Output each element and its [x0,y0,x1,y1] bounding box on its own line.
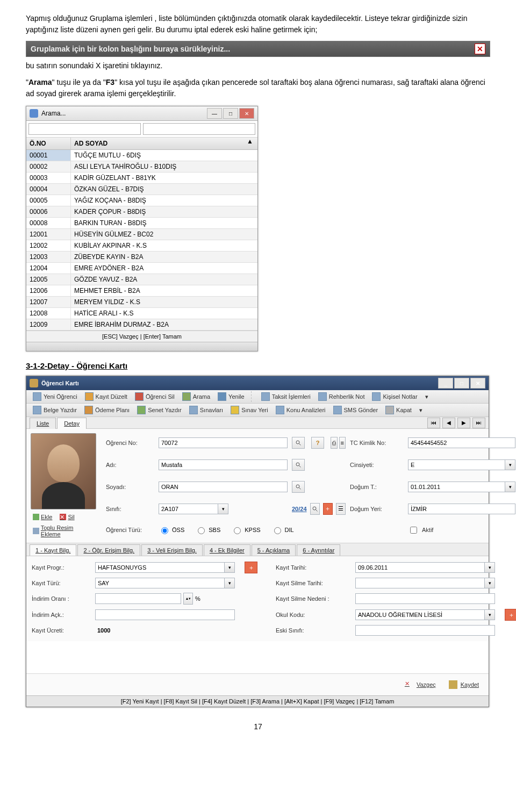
table-row[interactable]: 12001HÜSEYİN GÜLMEZ - BC02 [26,229,257,240]
radio-oss-input[interactable] [161,527,168,534]
table-row[interactable]: 00002ASLI LEYLA TAHİROĞLU - B10DIŞ [26,161,257,173]
kt-chevron[interactable]: ▾ [485,562,495,573]
fld-soyadi[interactable] [159,482,288,492]
tb-kisisel[interactable]: Kişisel Notlar [369,391,420,402]
radio-sbs-input[interactable] [198,527,205,534]
close-icon[interactable]: ✕ [475,44,485,54]
lookup-soyadi[interactable] [292,481,305,493]
radio-sbs[interactable]: SBS [195,526,220,534]
student-photo[interactable] [31,433,96,509]
photo-del[interactable]: ✕Sil [58,513,76,521]
table-row[interactable]: 00006KADER ÇOPUR - B8DIŞ [26,206,257,218]
extra2[interactable]: ≡ [339,437,346,449]
chevron-down-icon-2[interactable]: ▾ [505,482,515,492]
table-row[interactable]: 00008BARKIN TURAN - B8DIŞ [26,218,257,229]
tab-liste[interactable]: Liste [30,418,56,429]
fld-dogumt-input[interactable] [408,482,505,492]
table-row[interactable]: 12006MEHMET ERBİL - B2A [26,285,257,297]
app-maximize[interactable]: □ [454,378,469,389]
sinif-list[interactable]: ☰ [336,503,346,515]
fld-ogrno[interactable] [159,437,288,448]
tb-sms[interactable]: SMS Gönder [330,405,382,415]
nav-last[interactable]: ⏭ [472,418,485,428]
table-row[interactable]: 12009EMRE İBRAHİM DURMAZ - B2A [26,319,257,330]
chk-aktif[interactable] [410,527,417,534]
fld-dogumt[interactable]: ▾ [408,482,515,492]
tb-refresh[interactable]: Yenile [214,391,248,402]
bottom-scrollbar[interactable] [26,342,257,351]
tb-sinavyeri[interactable]: Sınav Yeri [227,405,271,415]
radio-oss[interactable]: ÖSS [159,526,184,534]
fld-kp[interactable] [95,562,225,573]
col-no[interactable]: Ö.NO [26,138,71,149]
radio-kpss[interactable]: KPSS [231,526,260,534]
ktur-chevron[interactable]: ▾ [225,578,235,588]
io-spinner[interactable]: ▲▾ [183,593,193,605]
fld-kst[interactable] [355,578,485,588]
lookup-adi[interactable] [292,459,305,471]
scroll-up[interactable]: ▲ [247,138,257,149]
fld-kt[interactable] [355,562,485,573]
radio-dil[interactable]: DIL [271,526,294,534]
bulk-photo[interactable]: Toplu Resim Ekleme [31,523,96,538]
tb-odeme[interactable]: Ödeme Planı [81,405,133,415]
fld-eski[interactable] [355,625,495,636]
table-row[interactable]: 12005GÖZDE YAVUZ - B2A [26,274,257,285]
table-row[interactable]: 00004ÖZKAN GÜZEL - B7DIŞ [26,184,257,195]
lookup-ogrno[interactable] [292,437,305,449]
subtab-6[interactable]: 6 - Ayrıntılar [297,544,340,556]
tb-sinavlari[interactable]: Sınavları [186,405,226,415]
sinif-count[interactable]: 20/24 [292,506,307,512]
table-row[interactable]: 12003ZÜBEYDE KAYIN - B2A [26,251,257,263]
kp-add[interactable]: ＋ [245,562,257,573]
nav-prev[interactable]: ◀ [442,418,455,428]
kst-chevron[interactable]: ▾ [485,578,495,588]
okul-chevron[interactable]: ▾ [485,609,495,620]
maximize-button[interactable]: □ [223,108,238,119]
table-row[interactable]: 12002KUBİLAY AKPINAR - K.S [26,240,257,251]
table-row[interactable]: 00001TUĞÇE MUTLU - 6DIŞ [26,150,257,161]
sinif-chevron[interactable]: ▾ [218,504,228,514]
tb-kapat[interactable]: Kapat [382,405,415,415]
col-name[interactable]: AD SOYAD [71,138,247,149]
fld-cinsiyet[interactable]: ▾ [408,459,515,470]
help-ogrno[interactable]: ? [311,437,324,449]
fld-okul[interactable] [355,609,485,620]
radio-kpss-input[interactable] [234,527,241,534]
tb-konu[interactable]: Konu Analizleri [273,405,329,415]
fld-ia[interactable] [95,609,235,620]
tb-delete[interactable]: Öğrenci Sil [132,391,178,402]
tb-belge[interactable]: Belge Yazdır [30,405,80,415]
tb-chevron2[interactable]: ▾ [416,406,426,415]
tab-detay[interactable]: Detay [57,418,87,429]
fld-sinifi[interactable] [159,504,218,514]
subtab-5[interactable]: 5 - Açıklama [252,544,296,556]
tb-new-student[interactable]: Yeni Öğrenci [30,391,81,402]
nav-next[interactable]: ▶ [457,418,470,428]
radio-dil-input[interactable] [274,527,281,534]
fld-ktur[interactable] [95,578,225,588]
fld-cinsiyet-input[interactable] [408,459,505,470]
tb-rehberlik[interactable]: Rehberlik Not [315,391,368,402]
btn-vazgec[interactable]: ✕Vazgeç [405,680,436,689]
extra1[interactable]: ⎙ [331,437,338,449]
fld-dogumyeri[interactable] [408,504,515,514]
fld-ksn[interactable] [355,593,495,604]
tb-chevron[interactable]: ▾ [422,392,432,401]
fld-adi[interactable] [159,459,288,470]
tb-senet[interactable]: Senet Yazdır [134,405,185,415]
minimize-button[interactable]: — [207,108,222,119]
chevron-down-icon[interactable]: ▾ [505,459,515,470]
nav-first[interactable]: ⏮ [427,418,440,428]
subtab-3[interactable]: 3 - Veli Erişim Bilg. [141,544,203,556]
table-row[interactable]: 12007MERYEM YILDIZ - K.S [26,297,257,308]
tb-edit[interactable]: Kayıt Düzelt [82,391,131,402]
table-row[interactable]: 12008HATİCE ARALI - K.S [26,308,257,319]
table-row[interactable]: 12004EMRE AYDÖNER - B2A [26,263,257,274]
table-row[interactable]: 00005YAĞIZ KOÇANA - B8DIŞ [26,195,257,206]
fld-io[interactable] [95,593,181,604]
fld-tc[interactable] [408,437,515,448]
app-minimize[interactable]: _ [438,378,453,389]
photo-add[interactable]: Ekle [31,513,54,521]
okul-add[interactable]: ＋ [505,609,516,621]
